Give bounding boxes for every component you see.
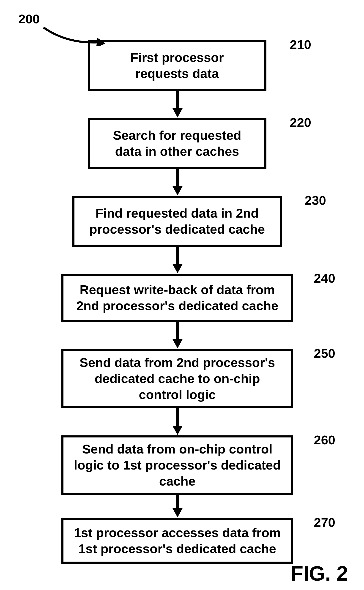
figure-caption: FIG. 2: [291, 562, 348, 585]
flow-step-text: 1st processor accesses data from1st proc…: [74, 525, 281, 557]
step-ref-number: 220: [290, 115, 311, 130]
flow-step-text: Search for requesteddata in other caches: [113, 127, 241, 159]
down-arrow-icon: [171, 168, 184, 196]
flow-step: Send data from on-chip controllogic to 1…: [61, 435, 293, 495]
flow-step: 1st processor accesses data from1st proc…: [61, 518, 293, 564]
step-ref-number: 230: [305, 193, 326, 208]
svg-marker-2: [173, 108, 182, 117]
down-arrow-icon: [171, 494, 184, 518]
flow-step: Search for requesteddata in other caches: [88, 118, 266, 169]
flow-step: Find requested data in 2ndprocessor's de…: [72, 196, 282, 247]
down-arrow-icon: [171, 91, 184, 118]
down-arrow-icon: [171, 246, 184, 274]
svg-marker-6: [173, 264, 182, 273]
step-ref-number: 210: [290, 37, 311, 52]
down-arrow-icon: [171, 408, 184, 435]
step-ref-number: 240: [314, 271, 335, 285]
flow-step: First processorrequests data: [88, 40, 266, 91]
figure-ref-text: 200: [18, 12, 40, 26]
step-ref-number: 250: [314, 346, 335, 361]
svg-marker-4: [173, 186, 182, 195]
flow-step-text: Send data from on-chip controllogic to 1…: [74, 441, 281, 489]
svg-marker-12: [173, 508, 182, 517]
figure-ref-number: 200: [18, 12, 40, 26]
flow-step-text: First processorrequests data: [130, 50, 224, 82]
step-ref-number: 260: [314, 432, 335, 447]
flow-step-text: Request write-back of data from2nd proce…: [76, 282, 278, 314]
svg-marker-10: [173, 426, 182, 435]
svg-marker-8: [173, 339, 182, 348]
flow-step-text: Find requested data in 2ndprocessor's de…: [89, 205, 265, 237]
step-ref-number: 270: [314, 515, 335, 530]
flow-step: Request write-back of data from2nd proce…: [61, 274, 293, 322]
flowchart-canvas: 200 First processorrequests data 210 Sea…: [0, 0, 364, 590]
flow-step: Send data from 2nd processor'sdedicated …: [61, 349, 293, 408]
down-arrow-icon: [171, 321, 184, 349]
flow-step-text: Send data from 2nd processor'sdedicated …: [79, 355, 275, 403]
